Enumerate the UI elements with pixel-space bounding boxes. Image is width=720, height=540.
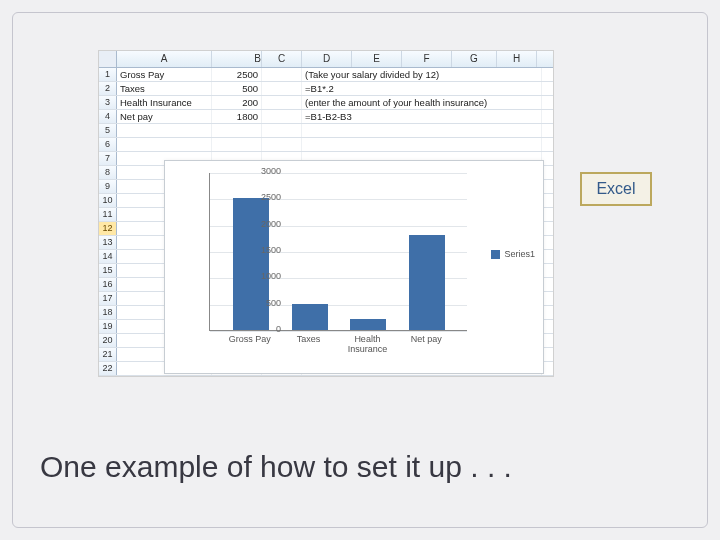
row-header[interactable]: 2 [99,82,117,95]
legend-swatch [491,250,500,259]
row-header[interactable]: 15 [99,264,117,277]
caption-text: One example of how to set it up . . . [40,450,512,484]
row-header[interactable]: 20 [99,334,117,347]
cell-a[interactable]: Taxes [117,82,212,95]
x-tick: Taxes [279,335,339,345]
col-header-h[interactable]: H [497,51,537,67]
excel-tag: Excel [580,172,652,206]
row-header[interactable]: 3 [99,96,117,109]
cell-c[interactable] [262,68,302,81]
bar-1 [292,304,328,330]
row-header[interactable]: 1 [99,68,117,81]
y-tick: 2000 [247,219,281,229]
cell-b[interactable]: 500 [212,82,262,95]
cell-b[interactable] [212,124,262,137]
chart-legend: Series1 [491,249,535,259]
col-header-c[interactable]: C [262,51,302,67]
row-4[interactable]: 4Net pay1800=B1-B2-B3 [99,110,553,124]
row-header[interactable]: 17 [99,292,117,305]
row-header[interactable]: 11 [99,208,117,221]
row-header[interactable]: 10 [99,194,117,207]
row-header[interactable]: 14 [99,250,117,263]
row-header[interactable]: 9 [99,180,117,193]
cell-c[interactable] [262,82,302,95]
cell-note[interactable]: =B1*.2 [302,82,542,95]
cell-b[interactable]: 200 [212,96,262,109]
y-tick: 3000 [247,166,281,176]
cell-a[interactable]: Gross Pay [117,68,212,81]
cell-c[interactable] [262,110,302,123]
row-1[interactable]: 1Gross Pay2500(Take your salary divided … [99,68,553,82]
col-header-b[interactable]: B [212,51,262,67]
y-tick: 1500 [247,245,281,255]
y-tick: 2500 [247,192,281,202]
cell-a[interactable] [117,138,212,151]
bar-chart[interactable]: Series1 Gross PayTaxesHealth InsuranceNe… [164,160,544,374]
row-header[interactable]: 13 [99,236,117,249]
y-tick: 0 [247,324,281,334]
y-tick: 500 [247,298,281,308]
row-6[interactable]: 6 [99,138,553,152]
cell-note[interactable] [302,124,542,137]
cell-c[interactable] [262,138,302,151]
cell-b[interactable]: 2500 [212,68,262,81]
row-header[interactable]: 21 [99,348,117,361]
row-header[interactable]: 8 [99,166,117,179]
row-5[interactable]: 5 [99,124,553,138]
row-header[interactable]: 12 [99,222,117,235]
row-3[interactable]: 3Health Insurance200(enter the amount of… [99,96,553,110]
col-header-d[interactable]: D [302,51,352,67]
x-tick: Net pay [396,335,456,345]
cell-b[interactable] [212,138,262,151]
cell-note[interactable]: (Take your salary divided by 12) [302,68,542,81]
x-tick: Gross Pay [220,335,280,345]
row-header[interactable]: 16 [99,278,117,291]
col-header-g[interactable]: G [452,51,497,67]
col-header-e[interactable]: E [352,51,402,67]
legend-label: Series1 [504,249,535,259]
column-header-row: A B C D E F G H [99,51,553,68]
cell-note[interactable]: (enter the amount of your health insuran… [302,96,542,109]
cell-c[interactable] [262,124,302,137]
cell-note[interactable] [302,138,542,151]
row-header[interactable]: 18 [99,306,117,319]
cell-a[interactable]: Health Insurance [117,96,212,109]
cell-a[interactable] [117,124,212,137]
row-header[interactable]: 22 [99,362,117,375]
col-header-a[interactable]: A [117,51,212,67]
y-tick: 1000 [247,271,281,281]
row-header[interactable]: 6 [99,138,117,151]
cell-note[interactable]: =B1-B2-B3 [302,110,542,123]
bar-2 [350,319,386,330]
cell-a[interactable]: Net pay [117,110,212,123]
bar-3 [409,235,445,330]
cell-c[interactable] [262,96,302,109]
row-header[interactable]: 5 [99,124,117,137]
row-2[interactable]: 2Taxes500=B1*.2 [99,82,553,96]
row-header[interactable]: 4 [99,110,117,123]
row-header[interactable]: 7 [99,152,117,165]
cell-b[interactable]: 1800 [212,110,262,123]
x-tick: Health Insurance [337,335,397,355]
col-header-f[interactable]: F [402,51,452,67]
row-header[interactable]: 19 [99,320,117,333]
select-all-corner[interactable] [99,51,117,67]
